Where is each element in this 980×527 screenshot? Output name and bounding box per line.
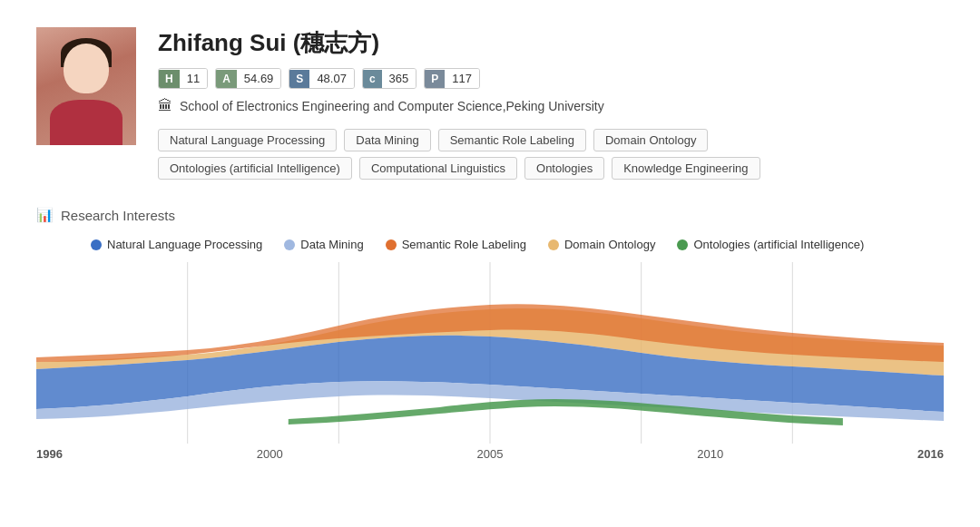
- tag-dm[interactable]: Data Mining: [344, 129, 430, 151]
- stat-badge-s: S 48.07: [289, 68, 355, 89]
- year-1996: 1996: [36, 447, 63, 461]
- year-2000: 2000: [257, 447, 283, 461]
- stat-val-c: 365: [382, 69, 416, 88]
- legend-label-srl: Semantic Role Labeling: [402, 238, 526, 251]
- institution-icon: 🏛: [158, 98, 172, 114]
- legend-nlp: Natural Language Processing: [91, 238, 262, 251]
- stat-key-h: H: [159, 70, 180, 88]
- legend-label-dm: Data Mining: [300, 238, 363, 251]
- tag-ont[interactable]: Ontologies: [524, 157, 604, 180]
- legend-dot-dm: [284, 239, 295, 250]
- tag-ontai[interactable]: Ontologies (artificial Intelligence): [158, 157, 352, 180]
- avatar: [36, 27, 136, 145]
- institution-name: School of Electronics Engineering and Co…: [180, 99, 604, 113]
- tag-ke[interactable]: Knowledge Engineering: [612, 157, 760, 180]
- stat-val-h: 11: [180, 69, 207, 88]
- institution-row: 🏛 School of Electronics Engineering and …: [158, 98, 944, 114]
- tag-cl[interactable]: Computational Linguistics: [359, 157, 517, 180]
- year-2005: 2005: [477, 447, 504, 461]
- tag-do[interactable]: Domain Ontology: [593, 129, 708, 151]
- section-title-text: Research Interests: [61, 208, 175, 223]
- chart-icon: 📊: [36, 207, 54, 223]
- legend-srl: Semantic Role Labeling: [386, 238, 526, 251]
- stat-badge-a: A 54.69: [215, 68, 281, 89]
- stats-row: H 11 A 54.69 S 48.07 c 365 P 117: [158, 68, 944, 89]
- stat-badge-h: H 11: [158, 68, 208, 89]
- stat-key-p: P: [425, 70, 445, 88]
- legend-dot-ont: [677, 239, 688, 250]
- legend-ont: Ontologies (artificial Intelligence): [677, 238, 864, 251]
- stat-val-s: 48.07: [309, 69, 354, 88]
- stat-key-c: c: [363, 70, 382, 88]
- legend-dm: Data Mining: [284, 238, 363, 251]
- tag-nlp[interactable]: Natural Language Processing: [158, 129, 337, 151]
- profile-header: Zhifang Sui (穗志方) H 11 A 54.69 S 48.07 c…: [36, 27, 944, 185]
- legend-dot-srl: [386, 239, 397, 250]
- tags-row: Natural Language Processing Data Mining …: [158, 129, 944, 151]
- legend-do: Domain Ontology: [548, 238, 655, 251]
- research-interests-section: 📊 Research Interests: [36, 207, 944, 223]
- chart-area: Natural Language Processing Data Mining …: [36, 238, 944, 461]
- legend-label-nlp: Natural Language Processing: [107, 238, 262, 251]
- year-2016: 2016: [917, 447, 944, 461]
- chart-legend: Natural Language Processing Data Mining …: [36, 238, 944, 251]
- stat-badge-c: c 365: [362, 68, 416, 89]
- stat-val-p: 117: [445, 69, 479, 88]
- legend-dot-nlp: [91, 239, 102, 250]
- stat-badge-p: P 117: [424, 68, 480, 89]
- legend-dot-do: [548, 239, 559, 250]
- stat-key-s: S: [289, 70, 309, 88]
- profile-name: Zhifang Sui (穗志方): [158, 27, 944, 59]
- tags-row-2: Ontologies (artificial Intelligence) Com…: [158, 157, 944, 180]
- stat-key-a: A: [216, 70, 237, 88]
- year-labels: 1996 2000 2005 2010 2016: [36, 444, 944, 461]
- streamgraph-chart: [36, 262, 944, 444]
- year-2010: 2010: [697, 447, 723, 461]
- legend-label-do: Domain Ontology: [564, 238, 655, 251]
- stat-val-a: 54.69: [237, 69, 281, 88]
- tag-srl[interactable]: Semantic Role Labeling: [438, 129, 586, 151]
- legend-label-ont: Ontologies (artificial Intelligence): [693, 238, 864, 251]
- streamgraph-svg: [36, 262, 944, 444]
- profile-info: Zhifang Sui (穗志方) H 11 A 54.69 S 48.07 c…: [158, 27, 944, 185]
